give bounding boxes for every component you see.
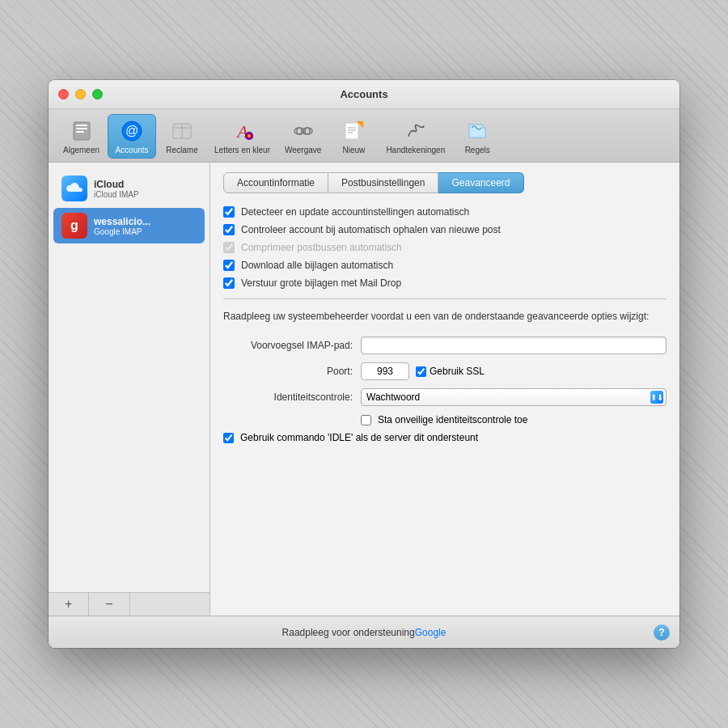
content-area: iCloud iCloud IMAP g wessalicio... Googl…	[49, 163, 679, 616]
account-item-google[interactable]: g wessalicio... Google IMAP	[53, 208, 205, 243]
google-account-icon: g	[61, 213, 87, 239]
idle-checkbox-input[interactable]	[223, 433, 234, 443]
idle-label: Gebruik commando 'IDLE' als de server di…	[240, 432, 478, 443]
svg-rect-15	[302, 130, 305, 132]
icloud-account-name: iCloud	[94, 179, 139, 190]
close-button[interactable]	[58, 89, 69, 99]
unsafe-label: Sta onveilige identiteitscontrole toe	[378, 414, 527, 425]
idle-row: Gebruik commando 'IDLE' als de server di…	[223, 432, 667, 443]
nieuw-icon	[341, 118, 366, 144]
unsafe-checkbox-input[interactable]	[361, 415, 371, 425]
ssl-label: Gebruik SSL	[430, 366, 485, 377]
checkbox-check-account: Controleer account bij automatisch ophal…	[223, 224, 667, 235]
icloud-account-icon	[61, 176, 87, 201]
icloud-account-info: iCloud iCloud IMAP	[94, 179, 139, 199]
google-account-type: Google IMAP	[94, 227, 150, 236]
sidebar-buttons: + −	[49, 592, 210, 616]
svg-point-12	[297, 128, 302, 134]
checkbox-download-attachments: Download alle bijlagen automatisch	[223, 260, 667, 271]
toolbar-item-algemeen[interactable]: Algemeen	[57, 115, 106, 158]
toolbar-item-handtekeningen[interactable]: Handtekeningen	[379, 115, 451, 158]
checkbox-download-attachments-input[interactable]	[223, 260, 235, 271]
tab-geavanceerd[interactable]: Geavanceerd	[438, 172, 523, 193]
identity-select[interactable]: Wachtwoord MD5 uitdaging-antwoord NTLM K…	[361, 388, 667, 406]
sidebar: iCloud iCloud IMAP g wessalicio... Googl…	[49, 163, 210, 616]
checkbox-auto-update-label: Detecteer en update accountinstellingen …	[241, 206, 469, 218]
imap-prefix-label: Voorvoegsel IMAP-pad:	[223, 340, 353, 351]
toolbar-label-nieuw: Nieuw	[342, 146, 365, 154]
unsafe-row: Sta onveilige identiteitscontrole toe	[361, 414, 667, 425]
window-controls	[58, 89, 103, 99]
port-row: Gebruik SSL	[361, 362, 485, 380]
toolbar-label-reclame: Reclame	[166, 146, 197, 154]
account-item-icloud[interactable]: iCloud iCloud IMAP	[53, 171, 205, 206]
google-account-info: wessalicio... Google IMAP	[94, 216, 150, 236]
minimize-button[interactable]	[75, 89, 86, 99]
checkbox-download-label: Download alle bijlagen automatisch	[241, 260, 393, 271]
tab-accountinfo[interactable]: Accountinformatie	[223, 172, 328, 193]
svg-text:@: @	[125, 124, 138, 138]
checkbox-check-account-input[interactable]	[223, 224, 235, 235]
help-button[interactable]: ?	[654, 624, 670, 641]
checkbox-compress-input[interactable]	[223, 242, 235, 253]
maximize-button[interactable]	[92, 89, 103, 99]
checkbox-mail-drop: Verstuur grote bijlagen met Mail Drop	[223, 277, 667, 289]
tab-bar: Accountinformatie Postbusinstellingen Ge…	[223, 172, 667, 193]
checkbox-check-account-label: Controleer account bij automatisch ophal…	[241, 224, 501, 235]
advisory-text: Raadpleeg uw systeembeheerder voordat u …	[223, 309, 667, 324]
svg-point-14	[305, 128, 310, 134]
footer-text: Raadpleeg voor ondersteuning	[282, 627, 415, 638]
add-account-button[interactable]: +	[49, 593, 89, 616]
checkbox-mail-drop-input[interactable]	[223, 277, 235, 289]
toolbar-label-algemeen: Algemeen	[63, 146, 99, 154]
svg-rect-3	[76, 131, 84, 133]
toolbar-item-weergave[interactable]: Weergave	[278, 115, 328, 158]
remove-account-button[interactable]: −	[89, 593, 129, 616]
checkbox-mail-drop-label: Verstuur grote bijlagen met Mail Drop	[241, 277, 401, 289]
divider-1	[223, 298, 667, 299]
svg-rect-2	[76, 128, 87, 129]
toolbar-label-handtekeningen: Handtekeningen	[386, 146, 445, 154]
identity-label: Identiteitscontrole:	[223, 392, 353, 403]
letters-icon: A	[230, 118, 256, 144]
tab-postbus[interactable]: Postbusinstellingen	[328, 172, 438, 193]
identity-select-wrapper: Wachtwoord MD5 uitdaging-antwoord NTLM K…	[361, 388, 667, 406]
toolbar-label-regels: Regels	[465, 146, 490, 154]
svg-rect-1	[76, 125, 87, 126]
toolbar: Algemeen @ Accounts Reclame	[49, 109, 679, 163]
toolbar-label-weergave: Weergave	[285, 146, 321, 154]
form-row-imap-prefix: Voorvoegsel IMAP-pad:	[223, 336, 667, 354]
svg-point-10	[245, 132, 253, 140]
ssl-checkbox-row: Gebruik SSL	[416, 366, 485, 377]
toolbar-item-letters[interactable]: A Letters en kleur	[208, 115, 277, 158]
toolbar-label-letters: Letters en kleur	[214, 146, 270, 154]
window-title: Accounts	[340, 88, 387, 100]
footer: Raadpleeg voor ondersteuning Google ?	[49, 616, 679, 648]
weergave-icon	[290, 118, 316, 144]
main-content: Accountinformatie Postbusinstellingen Ge…	[210, 163, 679, 616]
regels-icon	[464, 118, 490, 144]
account-list: iCloud iCloud IMAP g wessalicio... Googl…	[49, 163, 210, 592]
form-row-port: Poort: Gebruik SSL	[223, 362, 667, 380]
titlebar: Accounts	[49, 80, 679, 109]
svg-rect-16	[345, 123, 358, 139]
main-window: Accounts Algemeen @ Acco	[49, 80, 679, 648]
ssl-checkbox-input[interactable]	[416, 366, 426, 377]
checkbox-auto-update: Detecteer en update accountinstellingen …	[223, 206, 667, 218]
checkbox-auto-update-input[interactable]	[223, 206, 235, 218]
footer-link[interactable]: Google	[415, 627, 447, 638]
port-label: Poort:	[223, 366, 353, 377]
checkbox-compress-label: Comprimeer postbussen automatisch	[241, 242, 402, 253]
checkbox-compress: Comprimeer postbussen automatisch	[223, 242, 667, 253]
algemeen-icon	[69, 118, 95, 144]
toolbar-item-regels[interactable]: Regels	[453, 115, 502, 158]
imap-prefix-input[interactable]	[361, 336, 667, 354]
port-input[interactable]	[361, 362, 409, 380]
toolbar-item-nieuw[interactable]: Nieuw	[329, 115, 378, 158]
google-account-name: wessalicio...	[94, 216, 150, 227]
accounts-icon: @	[119, 118, 145, 144]
form-row-identity: Identiteitscontrole: Wachtwoord MD5 uitd…	[223, 388, 667, 406]
toolbar-item-reclame[interactable]: Reclame	[158, 115, 206, 158]
toolbar-item-accounts[interactable]: @ Accounts	[108, 114, 156, 159]
toolbar-label-accounts: Accounts	[115, 146, 148, 154]
